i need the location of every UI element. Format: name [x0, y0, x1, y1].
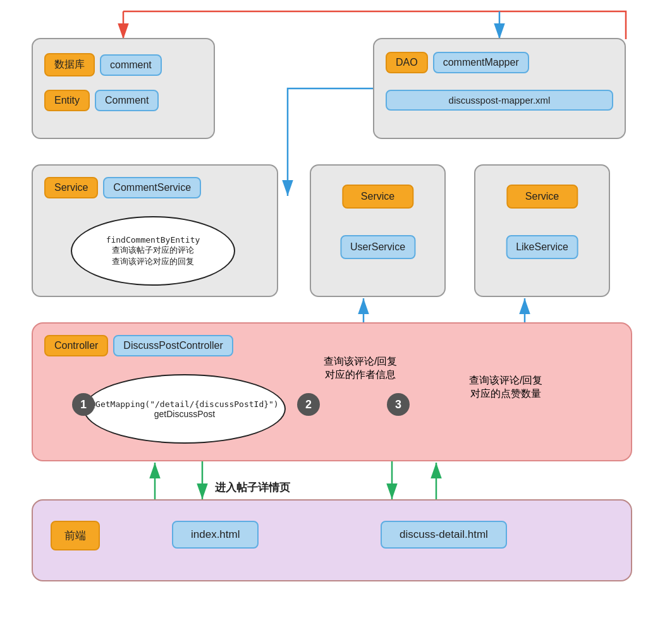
- db-label-orange: 数据库: [44, 53, 95, 76]
- like-service-label-orange: Service: [506, 185, 578, 209]
- nav-text-label: 进入帖子详情页: [215, 480, 290, 495]
- comment-service-label-blue: CommentService: [103, 177, 201, 198]
- user-service-label-orange: Service: [342, 185, 413, 209]
- user-service-box: Service UserService: [310, 164, 446, 297]
- db-label-comment: comment: [100, 54, 162, 76]
- frontend-label-orange: 前端: [51, 521, 100, 550]
- comment-service-ellipse: findCommentByEntity 查询该帖子对应的评论 查询该评论对应的回…: [71, 216, 235, 286]
- badge-3: 3: [387, 393, 410, 416]
- dao-label-blue2: discusspost-mapper.xml: [386, 90, 613, 111]
- controller-ellipse-line2: getDiscussPost: [154, 409, 215, 419]
- user-service-label-blue: UserService: [340, 235, 415, 259]
- ellipse-line3: 查询该评论对应的回复: [112, 256, 194, 267]
- frontend-label-blue2: discuss-detail.html: [381, 521, 507, 549]
- dao-label-orange: DAO: [386, 52, 428, 73]
- ellipse-line2: 查询该帖子对应的评论: [112, 245, 194, 256]
- like-service-label-blue: LikeService: [506, 235, 578, 259]
- author-info-text: 查询该评论/回复 对应的作者信息: [324, 355, 397, 382]
- db-box: 数据库 comment Entity Comment: [32, 38, 215, 139]
- like-count-text: 查询该评论/回复 对应的点赞数量: [469, 374, 542, 401]
- badge-1: 1: [72, 393, 95, 416]
- comment-service-box: Service CommentService findCommentByEnti…: [32, 164, 278, 297]
- ellipse-line1: findCommentByEntity: [106, 235, 200, 245]
- comment-service-label-orange: Service: [44, 177, 98, 198]
- dao-box: DAO commentMapper discusspost-mapper.xml: [373, 38, 626, 139]
- controller-ellipse-line1: @GetMapping("/detail/{discussPostId}"): [90, 399, 278, 409]
- badge-2: 2: [297, 393, 320, 416]
- db-label-Comment: Comment: [95, 90, 159, 111]
- frontend-box: 前端 index.html discuss-detail.html: [32, 499, 632, 581]
- diagram-container: 数据库 comment Entity Comment DAO commentMa…: [0, 0, 672, 644]
- frontend-label-blue1: index.html: [172, 521, 259, 549]
- dao-label-blue1: commentMapper: [433, 52, 529, 73]
- like-service-box: Service LikeService: [474, 164, 610, 297]
- controller-label-orange: Controller: [44, 335, 108, 356]
- controller-ellipse: @GetMapping("/detail/{discussPostId}") g…: [83, 374, 286, 444]
- controller-box: Controller DiscussPostController @GetMap…: [32, 322, 632, 461]
- controller-label-blue: DiscussPostController: [113, 335, 233, 356]
- db-label-entity: Entity: [44, 90, 90, 111]
